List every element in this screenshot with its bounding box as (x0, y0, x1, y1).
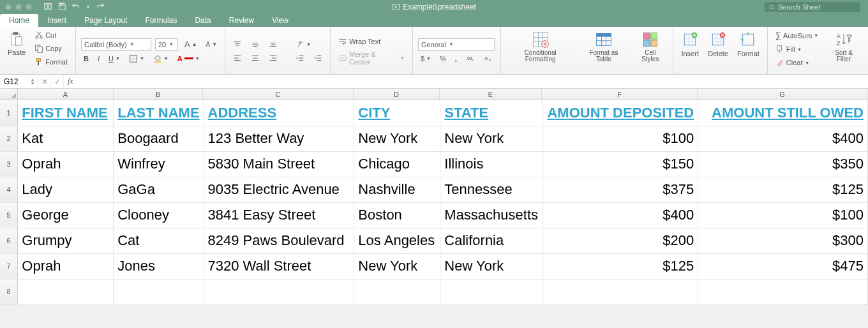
cell[interactable]: 7320 Wall Street (204, 253, 354, 279)
select-all-corner[interactable] (0, 89, 18, 100)
fx-label[interactable]: fx (64, 77, 77, 86)
cell[interactable]: Los Angeles (354, 228, 440, 253)
increase-font-button[interactable]: A▲ (182, 38, 200, 50)
sort-filter-button[interactable]: AZ Sort & Filter (825, 29, 863, 64)
cell[interactable]: Cat (114, 228, 204, 253)
col-header-c[interactable]: C (203, 89, 354, 100)
col-header-b[interactable]: B (114, 89, 203, 100)
align-top-button[interactable] (230, 39, 244, 50)
row-header[interactable]: 6 (0, 228, 18, 253)
tab-formulas[interactable]: Formulas (136, 14, 186, 27)
cell[interactable]: AMOUNT STILL OWED (698, 100, 868, 126)
cell[interactable]: AMOUNT DEPOSITED (542, 100, 698, 126)
cell[interactable]: $475 (698, 253, 868, 279)
cell[interactable]: $300 (698, 228, 868, 253)
cell[interactable] (698, 279, 868, 304)
bold-button[interactable]: B (81, 54, 91, 64)
cell[interactable]: FIRST NAME (18, 100, 114, 126)
row-header[interactable]: 3 (0, 151, 18, 177)
font-name-select[interactable]: Calibri (Body)▼ (81, 38, 151, 51)
cell[interactable]: Chicago (354, 151, 440, 177)
format-as-table-button[interactable]: Format as Table (579, 29, 629, 64)
row-header[interactable]: 1 (0, 100, 18, 126)
wrap-text-button[interactable]: Wrap Text (336, 36, 407, 47)
cell[interactable]: Nashville (354, 177, 440, 202)
cell[interactable] (440, 279, 542, 304)
cell[interactable]: LAST NAME (114, 100, 204, 126)
fill-color-button[interactable]: ▼ (151, 53, 171, 64)
row-header[interactable]: 4 (0, 177, 18, 202)
cell[interactable]: Tennessee (440, 177, 542, 202)
accounting-format-button[interactable]: $▼ (418, 54, 433, 64)
cell[interactable]: Massachusetts (440, 202, 542, 228)
cell[interactable]: 9035 Electric Avenue (204, 177, 354, 202)
increase-decimal-button[interactable]: .00 (463, 53, 477, 64)
border-button[interactable]: ▼ (126, 53, 147, 64)
orientation-button[interactable]: ab▼ (293, 39, 313, 50)
cancel-formula-button[interactable]: ✕ (38, 75, 51, 88)
cell[interactable] (204, 279, 354, 304)
cell[interactable]: STATE (440, 100, 542, 126)
tab-insert[interactable]: Insert (38, 14, 75, 27)
cell[interactable]: New York (354, 253, 440, 279)
cell-styles-button[interactable]: Cell Styles (632, 29, 668, 64)
row-header[interactable]: 2 (0, 126, 18, 151)
percent-format-button[interactable]: % (437, 54, 449, 64)
underline-button[interactable]: U▼ (106, 54, 123, 64)
cell[interactable]: $100 (542, 126, 698, 151)
row-header[interactable]: 8 (0, 279, 18, 304)
cell[interactable]: $375 (542, 177, 698, 202)
col-header-f[interactable]: F (542, 89, 698, 100)
align-left-button[interactable] (230, 52, 244, 64)
cell[interactable]: $350 (698, 151, 868, 177)
maximize-window-button[interactable] (26, 4, 32, 10)
col-header-d[interactable]: D (354, 89, 440, 100)
cell[interactable]: Kat (18, 126, 114, 151)
cell[interactable]: $100 (698, 202, 868, 228)
italic-button[interactable]: I (95, 54, 102, 64)
cell[interactable]: Oprah (18, 253, 114, 279)
align-right-button[interactable] (266, 52, 280, 64)
formula-input[interactable] (77, 75, 868, 88)
col-header-e[interactable]: E (440, 89, 542, 100)
cell[interactable]: Winfrey (114, 151, 204, 177)
cell[interactable]: $150 (542, 151, 698, 177)
insert-cells-button[interactable]: Insert (678, 29, 701, 59)
format-cells-button[interactable]: Format (735, 29, 762, 59)
align-middle-button[interactable] (248, 39, 262, 50)
font-color-button[interactable]: A▼ (175, 54, 202, 64)
row-header[interactable]: 5 (0, 202, 18, 228)
cell[interactable]: $400 (542, 202, 698, 228)
increase-indent-button[interactable] (311, 52, 325, 64)
cell[interactable]: Illinois (440, 151, 542, 177)
cell[interactable]: California (440, 228, 542, 253)
cell[interactable]: $200 (542, 228, 698, 253)
autosum-button[interactable]: ∑AutoSum▼ (773, 29, 821, 41)
col-header-a[interactable]: A (18, 89, 114, 100)
cell[interactable]: Oprah (18, 151, 114, 177)
accept-formula-button[interactable]: ✓ (51, 75, 64, 88)
cell[interactable]: Boston (354, 202, 440, 228)
cell[interactable]: Clooney (114, 202, 204, 228)
cell[interactable]: GaGa (114, 177, 204, 202)
cell[interactable]: 123 Better Way (204, 126, 354, 151)
tab-view[interactable]: View (263, 14, 297, 27)
decrease-font-button[interactable]: A▼ (204, 40, 220, 49)
minimize-window-button[interactable] (15, 4, 22, 10)
close-window-button[interactable] (5, 4, 11, 10)
cell[interactable]: $125 (542, 253, 698, 279)
cell[interactable]: 3841 Easy Street (204, 202, 354, 228)
col-header-g[interactable]: G (698, 89, 867, 100)
cell[interactable]: New York (440, 253, 542, 279)
align-bottom-button[interactable] (266, 39, 280, 50)
cell[interactable]: Grumpy (18, 228, 114, 253)
cell[interactable]: Lady (18, 177, 114, 202)
cell[interactable] (114, 279, 204, 304)
cell[interactable]: CITY (354, 100, 440, 126)
delete-cells-button[interactable]: Delete (705, 29, 731, 59)
cell[interactable]: ADDRESS (204, 100, 354, 126)
cell[interactable]: New York (440, 126, 542, 151)
tab-page-layout[interactable]: Page Layout (75, 14, 136, 27)
cell[interactable]: $125 (698, 177, 868, 202)
cell[interactable]: 5830 Main Street (204, 151, 354, 177)
